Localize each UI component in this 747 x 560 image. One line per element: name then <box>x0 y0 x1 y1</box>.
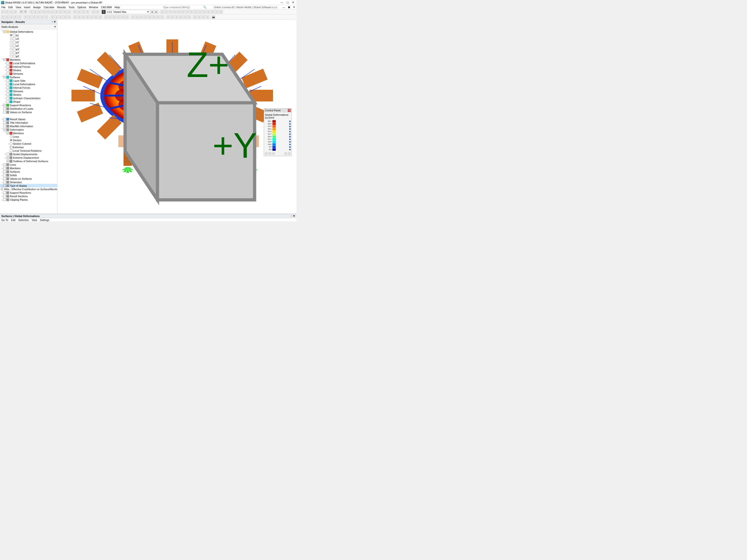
tb-icon[interactable]: ▫ <box>215 10 219 14</box>
tb-icon[interactable]: ▫ <box>77 10 81 14</box>
tree-item[interactable]: ›Isotropic Characteristics <box>0 96 57 100</box>
tree-item[interactable]: ˅✓Members <box>0 58 57 61</box>
tb-icon[interactable]: ▫ <box>219 10 223 14</box>
tb-icon[interactable]: ▫ <box>81 10 85 14</box>
tb-print-icon[interactable]: ▫ <box>14 10 17 14</box>
maximize-icon[interactable]: ▢ <box>286 1 289 4</box>
view-cube[interactable]: Z+ +Y <box>54 22 293 216</box>
tree-item[interactable]: ›Layer Side <box>0 79 57 82</box>
tb-prev-icon[interactable]: ◂ <box>150 10 154 14</box>
tb-icon[interactable]: ▫ <box>131 15 135 19</box>
tb-icon[interactable]: ▫ <box>36 15 40 19</box>
tb-icon[interactable]: ▫ <box>197 15 201 19</box>
tb-icon[interactable]: ▫ <box>18 15 22 19</box>
tb-icon[interactable]: ▫ <box>181 10 185 14</box>
tree-item[interactable]: ˅✓Members <box>0 131 57 135</box>
menu-tools[interactable]: Tools <box>69 6 75 9</box>
tree-item[interactable]: ›Local Deformations <box>0 61 57 65</box>
tb-icon[interactable]: ▫ <box>152 15 156 19</box>
tree-item[interactable]: uY <box>0 41 57 44</box>
tb-icon[interactable]: ▫ <box>92 10 95 14</box>
tree-item[interactable]: ›Result Sections <box>0 194 57 198</box>
tb-icon[interactable]: ▫ <box>59 15 62 19</box>
tb-icon[interactable]: ▫ <box>42 10 46 14</box>
tb-icon[interactable]: ▫ <box>148 15 152 19</box>
tb-icon[interactable]: ▫ <box>164 10 168 14</box>
tree-item[interactable]: ˅✓Deformation <box>0 128 57 131</box>
keyword-search-input[interactable] <box>163 6 200 9</box>
tree-item[interactable]: φZ <box>0 54 57 58</box>
tb-icon[interactable]: ▫ <box>173 10 177 14</box>
tb-open-icon[interactable]: ▫ <box>5 10 9 14</box>
loadcase-combo[interactable]: LC1 Vlastní tíha▾ <box>106 10 150 14</box>
tb-icon[interactable]: ▫ <box>125 15 129 19</box>
close-icon[interactable]: ✕ <box>292 1 294 4</box>
tree-item[interactable]: uX <box>0 37 57 41</box>
legend-tool-icon[interactable]: ▫ <box>284 152 287 155</box>
minimize-icon[interactable]: — <box>281 1 283 4</box>
tb-icon[interactable]: ▫ <box>198 10 202 14</box>
tree-item[interactable]: uZ <box>0 44 57 47</box>
tb-icon[interactable]: ▫ <box>86 15 89 19</box>
control-panel[interactable]: Control Panel ✕ Global Deformations |u| … <box>264 108 292 156</box>
tb-icon[interactable]: ▫ <box>81 15 85 19</box>
menu-assign[interactable]: Assign <box>33 6 41 9</box>
tree-item[interactable]: Values on Surfaces <box>0 110 57 114</box>
tb-icon[interactable]: ▫ <box>73 15 77 19</box>
tree-item[interactable]: ›Type of display <box>0 184 57 187</box>
tb-icon[interactable]: ▫ <box>175 15 178 19</box>
tb-icon[interactable]: ▫ <box>108 15 112 19</box>
tb-icon[interactable]: ▫ <box>117 15 121 19</box>
tree-item[interactable]: ›Stresses <box>0 72 57 75</box>
tree-item[interactable]: ›Internal Forces <box>0 86 57 89</box>
tb-icon[interactable]: ▫ <box>193 15 197 19</box>
tb-icon[interactable]: ▫ <box>139 15 143 19</box>
tree-item[interactable]: ›Lines <box>0 163 57 166</box>
tb-icon[interactable]: ▫ <box>55 15 58 19</box>
tree-item[interactable]: ›Solids <box>0 174 57 177</box>
legend-tool-icon[interactable]: ▫ <box>268 152 271 155</box>
tb-undo-icon[interactable]: ↶ <box>19 10 23 14</box>
tree-item[interactable]: Lines <box>0 135 57 138</box>
menu-window[interactable]: Window <box>89 6 98 9</box>
tree-item[interactable]: |u| <box>0 33 57 37</box>
menu-calculate[interactable]: Calculate <box>44 6 54 9</box>
tb-icon[interactable]: ▫ <box>14 15 17 19</box>
tree-item[interactable]: ›Clipping Planes <box>0 198 57 202</box>
tb-icon[interactable]: ▫ <box>112 15 116 19</box>
menu-results[interactable]: Results <box>57 6 66 9</box>
tree-item[interactable]: φY <box>0 51 57 54</box>
tb-camera-icon[interactable]: 📷 <box>211 15 215 19</box>
results-menu-goto[interactable]: Go To <box>1 219 8 221</box>
mdi-restore-icon[interactable]: ▣ <box>288 6 290 9</box>
tb-icon[interactable]: ▫ <box>202 15 205 19</box>
menu-insert[interactable]: Insert <box>24 6 30 9</box>
tb-icon[interactable]: ▫ <box>121 15 125 19</box>
tb-icon[interactable]: ▫ <box>5 15 9 19</box>
tb-icon[interactable]: ▫ <box>186 10 189 14</box>
tb-icon[interactable]: ▫ <box>166 15 170 19</box>
tb-icon[interactable]: ▫ <box>34 10 37 14</box>
tb-icon[interactable]: ▫ <box>67 15 71 19</box>
tb-icon[interactable]: ▫ <box>45 15 48 19</box>
tb-icon[interactable]: ▫ <box>202 10 206 14</box>
menu-options[interactable]: Options <box>77 6 86 9</box>
tb-icon[interactable]: ▫ <box>183 15 187 19</box>
tb-icon[interactable]: ▫ <box>135 15 139 19</box>
tree-item[interactable]: ›Section Colored <box>0 142 57 145</box>
mdi-minimize-icon[interactable]: — <box>282 6 285 9</box>
tree-item[interactable]: ›Result Values <box>0 117 57 121</box>
loadcase-type-combo[interactable]: G <box>102 10 106 14</box>
tb-icon[interactable]: ▫ <box>98 15 102 19</box>
menu-help[interactable]: Help <box>114 6 120 9</box>
mdi-close-icon[interactable]: ✕ <box>293 6 295 9</box>
tree-item[interactable] <box>0 114 57 117</box>
results-close-icon[interactable]: ✕ <box>293 214 295 217</box>
tb-icon[interactable]: ▫ <box>29 10 33 14</box>
results-menu-view[interactable]: View <box>31 219 37 221</box>
results-menu-selection[interactable]: Selection <box>18 219 29 221</box>
tree-item[interactable]: ✓Outlines of Deformed Surfaces <box>0 159 57 163</box>
nav-pin-icon[interactable]: ▫ <box>52 20 53 23</box>
nav-analysis-combo[interactable]: Static Analysis <box>1 25 18 28</box>
tree-item[interactable]: ✓Ribs - Effective Contribution on Surfac… <box>0 187 57 191</box>
